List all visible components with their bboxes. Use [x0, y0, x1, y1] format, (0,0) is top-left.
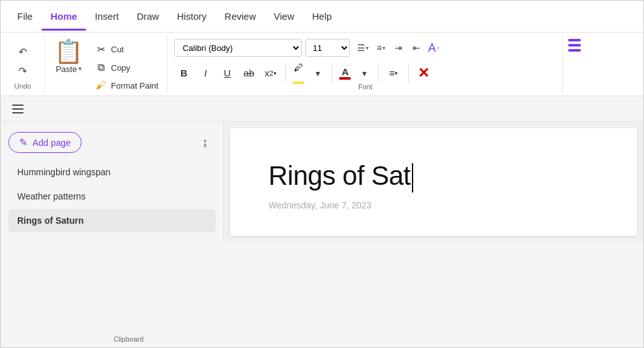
underline-button[interactable]: U [217, 64, 237, 83]
highlight-button[interactable]: 🖊 [291, 61, 306, 85]
undo-button[interactable]: ↶ [13, 43, 33, 61]
text-align-button[interactable]: ≡▾ [384, 64, 403, 83]
undo-buttons: ↶ ↷ [13, 43, 33, 80]
sort-icon: ↨ [203, 136, 209, 149]
page-title[interactable]: Rings of Sat [268, 160, 599, 192]
clipboard-label: Clipboard [113, 333, 143, 343]
copy-label: Copy [111, 63, 130, 73]
sidebar-header: ✎ Add page ↨ [8, 132, 216, 153]
menu-draw[interactable]: Draw [128, 7, 168, 25]
style-button[interactable]: A✦ [425, 39, 443, 57]
font-color-icon: A [342, 66, 349, 77]
paste-button[interactable]: 📋 Paste ▾ [50, 39, 87, 75]
right-bar-2 [568, 44, 581, 47]
highlight-swatch [293, 82, 304, 84]
paste-label: Paste [55, 64, 77, 74]
menu-view[interactable]: View [265, 7, 303, 25]
undo-label: Undo [14, 80, 31, 90]
menu-review[interactable]: Review [216, 7, 265, 25]
cursor [412, 163, 413, 192]
paste-dropdown-arrow: ▾ [78, 65, 82, 72]
highlight-icon: 🖊 [294, 62, 304, 73]
font-size-select[interactable]: 11 [305, 39, 350, 57]
add-page-button[interactable]: ✎ Add page [8, 132, 82, 153]
page-content: Rings of Sat Wednesday, June 7, 2023 [230, 128, 637, 236]
menu-bar: File Home Insert Draw History Review Vie… [1, 1, 643, 33]
indent-increase-button[interactable]: ⇥ [390, 39, 407, 57]
format-paint-button[interactable]: 🖌 Format Paint [91, 78, 162, 93]
page-item-rings[interactable]: Rings of Saturn [8, 209, 216, 232]
divider2 [332, 63, 332, 83]
ribbon-right-panel [563, 35, 586, 93]
right-bar-1 [568, 39, 581, 41]
list-buttons: ☰▾ ≡▾ ⇥ ⇤ A✦ [354, 39, 443, 57]
numbered-list-button[interactable]: ≡▾ [372, 39, 390, 57]
cut-icon: ✂ [94, 43, 107, 55]
font-section: Calibri (Body) 11 ☰▾ ≡▾ ⇥ ⇤ A✦ B I [168, 35, 563, 93]
right-bar-3 [568, 49, 581, 52]
hamburger-button[interactable] [8, 99, 27, 119]
clipboard-actions: ✂ Cut ⧉ Copy 🖌 Format Paint [91, 39, 162, 93]
main-layout: ✎ Add page ↨ Hummingbird wingspan Weathe… [1, 122, 643, 242]
format-paint-label: Format Paint [111, 81, 158, 91]
cut-button[interactable]: ✂ Cut [91, 41, 162, 57]
undo-section: ↶ ↷ Undo [1, 35, 45, 93]
copy-button[interactable]: ⧉ Copy [91, 60, 162, 75]
sort-button[interactable]: ↨ [195, 133, 216, 153]
menu-help[interactable]: Help [304, 7, 341, 25]
hamburger-line-3 [12, 112, 24, 113]
toolbar-strip [1, 96, 643, 122]
hamburger-line-1 [12, 105, 24, 106]
page-list: Hummingbird wingspan Weather patterns Ri… [8, 161, 216, 232]
clipboard-section: 📋 Paste ▾ ✂ Cut ⧉ Copy 🖌 Format Paint [45, 35, 168, 93]
divider4 [408, 63, 409, 83]
sidebar: ✎ Add page ↨ Hummingbird wingspan Weathe… [1, 122, 224, 242]
ribbon: ↶ ↷ Undo 📋 Paste ▾ ✂ Cut ⧉ Copy [1, 33, 643, 96]
copy-icon: ⧉ [94, 62, 107, 73]
font-color-button[interactable]: A [337, 65, 353, 81]
strikethrough-button[interactable]: ab [239, 64, 258, 83]
font-color-dropdown-button[interactable]: ▾ [355, 64, 373, 82]
highlight-dropdown-button[interactable]: ▾ [309, 64, 326, 82]
page-item-weather[interactable]: Weather patterns [8, 185, 216, 208]
font-name-select[interactable]: Calibri (Body) [174, 39, 302, 57]
add-page-label: Add page [33, 138, 71, 148]
hamburger-line-2 [12, 108, 24, 110]
page-title-text: Rings of Sat [268, 161, 411, 191]
cut-label: Cut [111, 45, 124, 54]
menu-insert[interactable]: Insert [86, 7, 128, 25]
bold-button[interactable]: B [174, 64, 193, 83]
redo-button[interactable]: ↷ [13, 62, 33, 80]
clear-formatting-button[interactable]: ✕ [414, 64, 433, 83]
font-label: Font [358, 82, 372, 91]
format-paint-icon: 🖌 [94, 80, 107, 91]
bullet-list-button[interactable]: ☰▾ [354, 39, 372, 57]
subscript-button[interactable]: x2▾ [261, 64, 280, 83]
menu-history[interactable]: History [168, 7, 216, 25]
font-row1: Calibri (Body) 11 ☰▾ ≡▾ ⇥ ⇤ A✦ [174, 39, 556, 57]
divider3 [378, 63, 379, 83]
font-color-swatch [339, 77, 351, 80]
add-page-icon: ✎ [19, 136, 27, 149]
page-date: Wednesday, June 7, 2023 [268, 200, 599, 210]
menu-home[interactable]: Home [41, 7, 86, 25]
menu-file[interactable]: File [8, 7, 41, 25]
indent-decrease-button[interactable]: ⇤ [407, 39, 425, 57]
page-item-hummingbird[interactable]: Hummingbird wingspan [8, 161, 216, 184]
divider [285, 63, 286, 83]
paste-icon: 📋 [54, 40, 83, 63]
italic-button[interactable]: I [196, 64, 215, 83]
